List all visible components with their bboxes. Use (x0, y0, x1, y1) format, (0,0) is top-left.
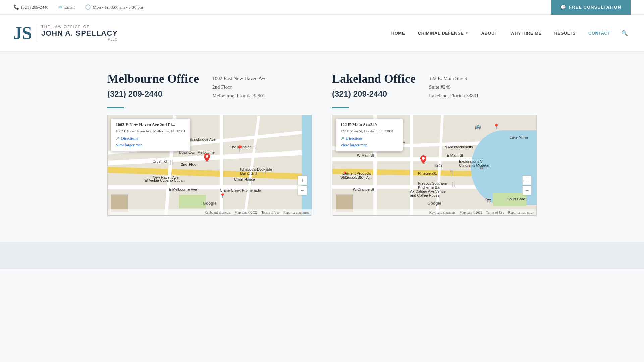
lakeland-nineteen61-label: Nineteen61 (418, 171, 437, 175)
melbourne-map-popup: 1002 E New Haven Ave 2nd Fl... 1002 E Ne… (111, 119, 190, 151)
phone-number[interactable]: (321) 209-2440 (21, 5, 48, 10)
lakeland-frescos-label: Frescos SouthernKitchen & Bar (418, 181, 447, 189)
svg-point-3 (422, 157, 425, 160)
lakeland-map-controls: + − (522, 176, 532, 195)
logo-text-block: THE LAW OFFICE OF JOHN A. SPELLACY PLLC (41, 25, 118, 41)
lakeland-office-info: Lakeland Office (321) 209-2440 122 E. Ma… (332, 72, 537, 101)
melbourne-cubano-label: El Ambia Cubano Cuban (144, 178, 184, 182)
lakeland-popup-address: 122 E Main St, Lakeland, FL 33801 (340, 129, 398, 134)
main-nav: HOME CRIMINAL DEFENSE ▼ ABOUT WHY HIRE M… (387, 27, 631, 39)
nav-about[interactable]: ABOUT (477, 28, 502, 38)
lakeland-office-block: Lakeland Office (321) 209-2440 122 E. Ma… (332, 72, 537, 216)
lakeland-divider (332, 107, 349, 108)
melbourne-map-pin (204, 153, 210, 162)
lakeland-blue-pin: 🏛 (479, 165, 484, 171)
lakeland-zoom-out[interactable]: − (522, 186, 532, 195)
melbourne-orange-pin1: 📍 (236, 145, 244, 153)
phone-item: 📞 (321) 209-2440 (13, 4, 48, 10)
logo[interactable]: JS THE LAW OFFICE OF JOHN A. SPELLACY PL… (13, 24, 118, 42)
google-logo-melbourne: Google (203, 201, 216, 206)
melbourne-orange-pin2: 🍴 (261, 167, 268, 175)
hours-text: Mon - Fri 8:00 am - 5:00 pm (93, 5, 143, 10)
melbourne-office-title: Melbourne Office (107, 72, 199, 86)
logo-main-text: JOHN A. SPELLACY (41, 29, 118, 38)
free-consultation-button[interactable]: 💬 FREE CONSULTATION (551, 0, 631, 15)
lakeland-report[interactable]: Report a map error (508, 210, 534, 214)
logo-monogram: JS (13, 24, 37, 42)
lakeland-office-phone[interactable]: (321) 209-2440 (332, 89, 416, 99)
melbourne-popup-title: 1002 E New Haven Ave 2nd Fl... (116, 122, 185, 127)
melbourne-map-footer: Keyboard shortcuts Map data ©2022 Terms … (108, 209, 312, 215)
melbourne-2ndfloor-label: 2nd Floor (181, 162, 198, 166)
melbourne-popup-directions[interactable]: ↗ Directions (116, 136, 185, 141)
melbourne-zoom-out[interactable]: − (298, 186, 307, 195)
lakeland-249-label: #249 (434, 163, 442, 167)
melbourne-melbourne-ave-label: E Melbourne Ave (169, 187, 197, 191)
lakeland-map[interactable]: Lake Mirror W Main St E Main St Traders … (332, 115, 537, 216)
svg-point-1 (206, 155, 208, 158)
lakeland-view-larger[interactable]: View larger map (340, 143, 398, 148)
lakeland-popup-directions[interactable]: ↗ Directions (340, 136, 398, 141)
chat-icon: 💬 (560, 5, 566, 10)
melbourne-office-address: 1002 East New Haven Ave. 2nd Floor Melbo… (212, 72, 268, 101)
lakeland-map-pin (420, 155, 427, 164)
lakeland-fork-pin1: 🍴 (449, 169, 455, 176)
melbourne-orange-pin3: 🍴 (246, 177, 254, 185)
melbourne-office-phone[interactable]: (321) 209-2440 (107, 89, 199, 99)
email-item: ✉ Email (58, 4, 75, 10)
nav-results[interactable]: RESULTS (550, 28, 580, 38)
lakeland-title-phone: Lakeland Office (321) 209-2440 (332, 72, 416, 101)
lakeland-orange-pin1: 📍 (493, 123, 500, 130)
top-bar: 📞 (321) 209-2440 ✉ Email 🕐 Mon - Fri 8:0… (0, 0, 644, 15)
lakeland-emain-label: E Main St (447, 153, 463, 157)
lakeland-massachusetts-label: N Massachusetts (444, 145, 473, 149)
melbourne-map-data: Map data ©2022 (235, 210, 258, 214)
directions-icon-melbourne: ↗ (116, 136, 120, 141)
clock-icon: 🕐 (85, 4, 91, 10)
melbourne-orange-pin4: 🍴 (169, 159, 174, 165)
lakeland-popup-title: 122 E Main St #249 (340, 122, 398, 127)
melbourne-keyboard-shortcuts[interactable]: Keyboard shortcuts (205, 210, 231, 214)
melbourne-map[interactable]: Downtown Melbourne 2nd Floor E Strawbrid… (107, 115, 312, 216)
melbourne-zoom-in[interactable]: + (298, 176, 307, 185)
melbourne-divider (107, 107, 124, 108)
melbourne-terms[interactable]: Terms of Use (261, 210, 279, 214)
nav-why-hire-me[interactable]: WHY HIRE ME (505, 28, 546, 38)
free-consultation-label: FREE CONSULTATION (569, 5, 621, 10)
search-icon[interactable]: 🔍 (619, 27, 631, 39)
top-bar-contacts: 📞 (321) 209-2440 ✉ Email 🕐 Mon - Fri 8:0… (13, 4, 143, 10)
melbourne-report[interactable]: Report a map error (283, 210, 309, 214)
page-footer (0, 242, 644, 269)
email-icon: ✉ (58, 4, 62, 10)
header: JS THE LAW OFFICE OF JOHN A. SPELLACY PL… (0, 15, 644, 52)
melbourne-crane-label: Crane Creek Promenade (220, 188, 261, 192)
lakeland-map-footer: Keyboard shortcuts Map data ©2022 Terms … (332, 209, 536, 215)
google-logo-lakeland: Google (427, 201, 441, 206)
nav-home[interactable]: HOME (387, 28, 410, 38)
melbourne-view-larger[interactable]: View larger map (116, 143, 185, 148)
hours-item: 🕐 Mon - Fri 8:00 am - 5:00 pm (85, 4, 143, 10)
logo-top-text: THE LAW OFFICE OF (41, 25, 118, 29)
phone-icon: 📞 (13, 4, 19, 10)
lakeland-main-label: W Main St (357, 153, 374, 157)
melbourne-map-controls: + − (298, 176, 307, 195)
main-content: Melbourne Office (321) 209-2440 1002 Eas… (80, 52, 564, 242)
nav-criminal-defense[interactable]: CRIMINAL DEFENSE ▼ (413, 28, 473, 38)
lakeland-explorations-label: Explorations VChildren's Museum (459, 159, 490, 167)
criminal-defense-dropdown-arrow: ▼ (465, 31, 468, 35)
lakeland-fork-pin2: 🍴 (451, 181, 457, 187)
logo-pllc: PLLC (41, 38, 118, 41)
lakeland-bus-icon: 🚌 (475, 123, 481, 130)
lakeland-terms[interactable]: Terms of Use (486, 210, 504, 214)
melbourne-title-phone: Melbourne Office (321) 209-2440 (107, 72, 199, 101)
lakeland-keyboard-shortcuts[interactable]: Keyboard shortcuts (429, 210, 455, 214)
lakeland-office-title: Lakeland Office (332, 72, 416, 86)
lakeland-texas-cattle: 🐄 (485, 197, 491, 203)
nav-contact[interactable]: CONTACT (584, 28, 615, 38)
email-label[interactable]: Email (64, 5, 75, 10)
offices-grid: Melbourne Office (321) 209-2440 1002 Eas… (107, 72, 537, 216)
melbourne-popup-address: 1002 E New Haven Ave, Melbourne, FL 3290… (116, 129, 185, 134)
lakeland-lake-label: Lake Mirror (509, 135, 528, 139)
directions-icon-lakeland: ↗ (340, 136, 344, 141)
lakeland-zoom-in[interactable]: + (522, 176, 532, 185)
